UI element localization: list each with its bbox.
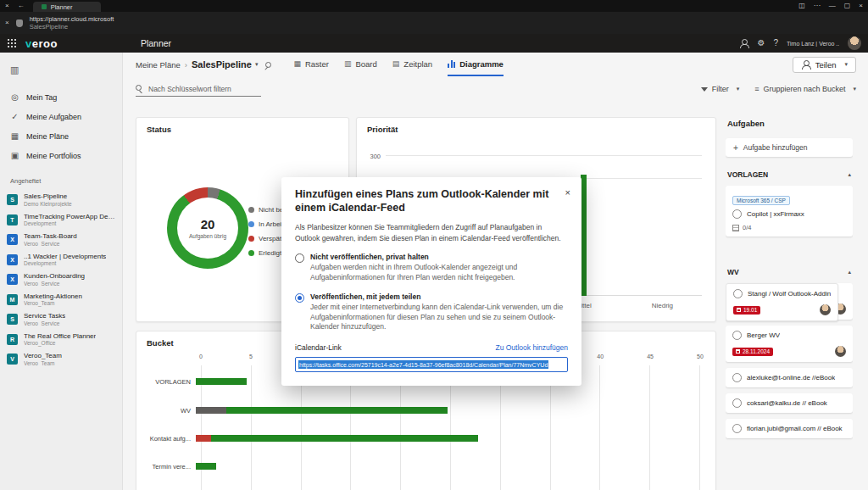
sidebar-item-label: Meine Aufgaben [26,113,81,121]
tab-title: Planner [51,3,73,11]
back-icon[interactable]: ← [18,3,25,9]
close-icon[interactable]: × [5,3,9,9]
section-name: WV [727,268,739,276]
pinned-plan-item[interactable]: T TimeTracking PowerApp Dev...Developmen… [0,210,122,231]
radio-publish[interactable] [295,293,304,303]
close-icon[interactable]: × [5,19,9,26]
chart-title: Bucket [147,338,174,348]
browser-address-bar: × https://planner.cloud.microsoft SalesP… [0,12,868,34]
task-card[interactable]: coksari@kalku.de // eBook [726,393,853,413]
pin-icon[interactable] [264,61,271,69]
collapse-icon[interactable]: ▴ [848,171,851,178]
breadcrumb[interactable]: Meine Pläne [136,60,181,70]
add-to-outlook-link[interactable]: Zu Outlook hinzufügen [495,343,568,352]
task-complete-checkbox[interactable] [732,209,742,219]
collapse-icon[interactable]: ▴ [848,269,851,276]
settings-gear-icon[interactable]: ⚙ [757,39,765,47]
share-person-icon[interactable] [739,39,748,48]
filter-label: Filter [712,85,729,93]
pinned-plan-item[interactable]: X Kunden-OnboardingVeroo_Service [0,270,122,290]
sidebar-toggle-icon[interactable]: ▥ [10,64,19,75]
waffle-icon[interactable] [7,38,17,48]
pinned-plan-item[interactable]: S Sales-PipelineDemo Kleinprojekte [0,190,122,210]
tab-zeitplan[interactable]: ▤ Zeitplan [392,53,432,76]
check-icon: ✓ [10,112,19,121]
sidebar-item-mein-tag[interactable]: ◎ Mein Tag [0,87,122,107]
sidebar-item-meine-portfolios[interactable]: ▣ Meine Portfolios [0,146,122,165]
pinned-plan-item[interactable]: S Service TasksVeroo_Service [0,309,122,330]
task-complete-checkbox[interactable] [733,289,743,298]
tab-board[interactable]: ▥ Board [344,53,377,76]
grid-icon: ▦ [10,131,19,141]
task-complete-checkbox[interactable] [732,424,742,433]
pinned-plan-sub: Veroo_Office [24,340,96,346]
more-icon[interactable]: ⋯ [814,3,821,9]
option-private[interactable]: Nicht veröffentlichen, privat halten Auf… [295,253,568,283]
pinned-plan-item[interactable]: V Veroo_TeamVeroo_Team [0,349,122,370]
due-date: 28.11.2024 [743,348,770,354]
page-url[interactable]: https://planner.cloud.microsoft [30,15,114,23]
pinned-plan-item[interactable]: X ..1 Wackler | DevelopmentsDevelopment [0,250,122,270]
section-name: VORLAGEN [727,170,768,179]
task-card[interactable]: Stangl / Wolf Outlook-Addin 19.01 [726,283,838,321]
browser-tab[interactable]: Planner [33,2,101,12]
task-card[interactable]: Berger WV 28.11.2024 [726,326,853,362]
user-label[interactable]: Timo Lanz | Veroo ... [787,41,839,47]
pinned-plan-label: Team-Task-Board [24,232,77,240]
sidebar-item-meine-aufgaben[interactable]: ✓ Meine Aufgaben [0,107,122,126]
tab-raster[interactable]: ▦ Raster [293,53,329,76]
status-donut-ring: 20 Aufgaben übrig [167,187,248,269]
close-icon[interactable]: × [565,187,570,198]
assignee-avatar[interactable] [835,346,846,357]
due-date-badge: 28.11.2024 [732,348,773,356]
pinned-plan-item[interactable]: X Team-Task-BoardVeroo_Service [0,230,122,250]
minimize-icon[interactable]: — [829,3,836,9]
grid-icon: ▦ [293,59,301,68]
help-icon[interactable]: ? [773,39,778,47]
filter-dropdown[interactable]: Filter ▾ [701,85,740,93]
chevron-down-icon[interactable]: ▾ [255,61,259,68]
close-window-icon[interactable]: × [859,3,863,9]
bucket-row: Termin vere... [147,460,700,472]
pinned-plan-item[interactable]: M Marketing-AktionenVeroo_Team [0,290,122,310]
radio-private[interactable] [295,253,304,263]
task-complete-checkbox[interactable] [732,373,742,382]
maximize-icon[interactable]: ▢ [844,3,851,9]
browser-tab-bar: × ← Planner ◫ ⋯ — ▢ × [0,0,868,12]
pinned-plan-item[interactable]: R The Real Office PlannerVeroo_Office [0,330,122,350]
pinned-plan-sub: Veroo_Team [24,300,82,306]
filter-bar: Filter ▾ ≡ Gruppieren nach Bucket ▾ [123,76,868,102]
icalendar-link-input[interactable]: https://tasks.office.com/25719c14-a2e7-4… [295,357,568,372]
app-name: Planner [141,38,171,48]
task-complete-checkbox[interactable] [732,331,742,340]
option-description: Aufgaben werden nicht in Ihrem Outlook-K… [310,263,568,283]
bucket-bar-segment [226,407,448,414]
share-button[interactable]: Teilen ▾ [793,57,856,73]
pinned-plan-sub: Veroo_Service [24,281,85,287]
task-card[interactable]: Microsoft 365 / CSP Copilot | xxFirmaxx … [726,186,853,237]
task-card[interactable]: florian.jubl@gmail.com // eBook [726,419,853,438]
task-complete-checkbox[interactable] [732,398,742,408]
sidebar-item-label: Mein Tag [26,93,57,102]
assignee-avatar[interactable] [820,304,831,315]
option-publish[interactable]: Veröffentlichen, mit jedem teilen Jeder … [295,292,568,333]
group-by-dropdown[interactable]: ≡ Gruppieren nach Bucket ▾ [754,85,856,93]
user-avatar[interactable] [848,36,861,50]
bucket-section-wv[interactable]: WV ▴ [727,268,851,276]
search-icon [136,85,143,92]
task-title: florian.jubl@gmail.com // eBook [747,425,843,432]
task-card[interactable]: alexluke@t-online.de //eBook [726,368,853,387]
bucket-section-vorlagen[interactable]: VORLAGEN ▴ [727,170,851,179]
icalendar-url-selected-text: https://tasks.office.com/25719c14-a2e7-4… [298,360,548,369]
schedule-icon: ▤ [392,59,400,68]
sidebar-item-meine-plaene[interactable]: ▦ Meine Pläne [0,126,122,146]
add-task-button[interactable]: + Aufgabe hinzufügen [726,138,853,157]
due-date: 19.01 [743,307,757,313]
keyword-filter-search[interactable] [136,82,261,97]
search-input[interactable] [148,85,261,93]
chart-title: Priorität [367,125,398,134]
tab-diagramme[interactable]: Diagramme [448,53,504,76]
panels-icon[interactable]: ◫ [798,3,805,9]
sidebar: ▥ ◎ Mein Tag ✓ Meine Aufgaben ▦ Meine Pl… [0,53,123,490]
pinned-plan-label: ..1 Wackler | Developments [24,253,106,260]
